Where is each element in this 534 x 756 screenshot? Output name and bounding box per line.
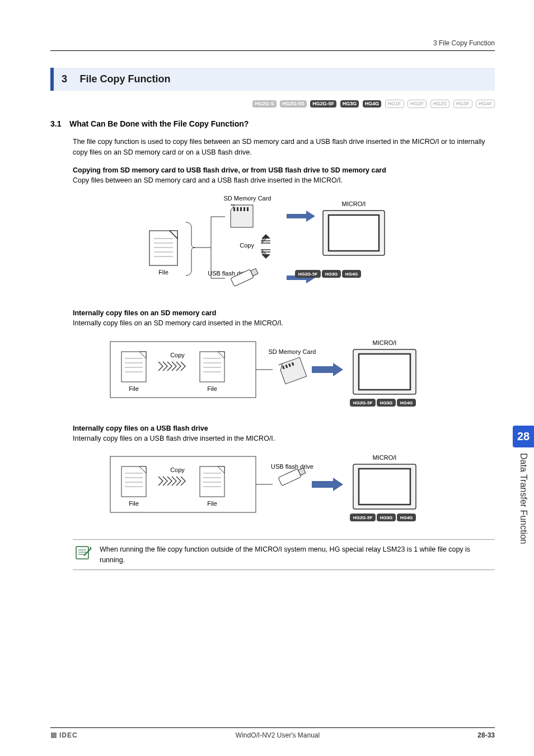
file-label: File: [158, 269, 168, 276]
file-icon: [121, 466, 146, 497]
micro-label: MICRO/I: [373, 339, 397, 346]
sd-label: SD Memory Card: [269, 348, 316, 355]
svg-text:HG3G: HG3G: [325, 272, 338, 277]
desc-usb-internal: Internally copy files on a USB flash dri…: [73, 433, 495, 444]
svg-rect-12: [233, 207, 235, 211]
sd-card-icon: [231, 205, 253, 227]
heading-sd-usb: Copying from SD memory card to USB flash…: [73, 166, 495, 174]
desc-sd-usb: Copy files between an SD memory card and…: [73, 175, 495, 186]
arrow-right-icon: [312, 478, 343, 491]
micro-label: MICRO/I: [342, 200, 366, 207]
file-icon: [200, 352, 224, 382]
badge-hg1f: HG1F: [385, 100, 404, 108]
copy-label: Copy: [170, 352, 185, 358]
svg-rect-80: [51, 732, 57, 738]
badge-hg4g: HG4G: [363, 100, 382, 108]
svg-rect-68: [359, 469, 410, 505]
file2-label: File: [207, 385, 217, 392]
diagram-usb-internal: File Copy File USB flash drive MICRO/I: [50, 450, 495, 528]
micro-i-icon: [353, 349, 416, 394]
badge-hg4f: HG4F: [476, 100, 495, 108]
svg-text:HG4G: HG4G: [400, 515, 413, 520]
subsection-number: 3.1: [50, 119, 61, 128]
footer-page-number: 28-33: [477, 731, 495, 739]
micro-i-icon: [353, 464, 416, 509]
footer-title: WindO/I-NV2 User's Manual: [236, 731, 320, 739]
svg-rect-65: [278, 469, 301, 486]
file-icon: [121, 352, 146, 382]
copy-chevrons-icon: [158, 477, 185, 486]
badge-hg3g: HG3G: [340, 100, 359, 108]
footer-rule: [50, 727, 495, 728]
arrow-right-icon: [287, 211, 315, 222]
badge-hg2g-5f: HG2G-5F: [310, 100, 336, 108]
svg-rect-52: [121, 466, 146, 497]
svg-rect-16: [247, 207, 249, 211]
brand-square-icon: [50, 732, 57, 739]
svg-rect-27: [121, 352, 146, 382]
chapter-label: Data Transfer Function: [518, 447, 528, 544]
copy-arrow-icon: [261, 234, 270, 259]
diagram-sd-usb: File SD Memory Card Copy: [50, 192, 495, 298]
file-icon: [149, 231, 177, 265]
note-box: When running the file copy function outs…: [73, 539, 495, 571]
note-icon: [73, 544, 93, 563]
svg-rect-58: [200, 466, 224, 497]
header-rule: [50, 50, 495, 51]
intro-text: The file copy function is used to copy f…: [73, 137, 495, 158]
file1-label: File: [129, 500, 139, 507]
svg-rect-0: [149, 231, 177, 265]
footer-brand: IDEC: [50, 731, 78, 739]
svg-rect-33: [200, 352, 224, 382]
svg-text:HG2G-5F: HG2G-5F: [353, 515, 373, 520]
diagram3-badges: HG2G-5F HG3G HG4G: [350, 514, 416, 521]
badge-hg3f: HG3F: [453, 100, 472, 108]
model-badge-row: HG2G-S HG2G-5S HG2G-5F HG3G HG4G HG1F HG…: [50, 99, 495, 109]
diagram-sd-internal: File Copy File SD Memory Card M: [50, 335, 495, 413]
heading-usb-internal: Internally copy files on a USB flash dri…: [73, 424, 495, 432]
chapter-number: 28: [513, 426, 534, 447]
copy-label: Copy: [170, 466, 185, 473]
file-icon: [200, 466, 224, 497]
chapter-tab: 28 Data Transfer Function: [513, 426, 534, 544]
svg-text:HG3G: HG3G: [380, 400, 393, 405]
subsection-heading: What Can Be Done with the File Copy Func…: [69, 119, 249, 128]
diagram2-badges: HG2G-5F HG3G HG4G: [350, 399, 416, 407]
badge-hg2g-5s: HG2G-5S: [280, 100, 307, 108]
section-title-bar: 3 File Copy Function: [50, 68, 495, 91]
heading-sd-internal: Internally copy files on an SD memory ca…: [73, 309, 495, 317]
svg-rect-45: [359, 354, 410, 390]
svg-text:HG2G-5F: HG2G-5F: [298, 272, 318, 277]
copy-label: Copy: [240, 242, 254, 249]
usb-label: USB flash drive: [271, 463, 313, 470]
desc-sd-internal: Internally copy files on an SD memory ca…: [73, 318, 495, 329]
section-title: File Copy Function: [79, 73, 170, 85]
svg-rect-13: [237, 207, 238, 211]
diagram1-badges: HG2G-5F HG3G HG4G: [295, 270, 361, 278]
svg-rect-14: [240, 207, 242, 211]
micro-i-icon: [323, 211, 385, 255]
sd-label: SD Memory Card: [224, 195, 271, 202]
micro-label: MICRO/I: [373, 454, 397, 461]
page-footer: IDEC WindO/I-NV2 User's Manual 28-33: [50, 727, 495, 739]
svg-text:HG4G: HG4G: [400, 400, 413, 405]
file2-label: File: [207, 500, 217, 507]
sd-card-icon: [279, 357, 307, 384]
svg-text:HG3G: HG3G: [380, 515, 393, 520]
badge-hg2g-s: HG2G-S: [252, 100, 277, 108]
breadcrumb: 3 File Copy Function: [50, 39, 495, 47]
arrow-right-icon: [312, 363, 343, 376]
svg-text:HG2G-5F: HG2G-5F: [353, 400, 373, 405]
svg-rect-20: [329, 215, 379, 251]
badge-hg2f: HG2F: [407, 100, 427, 108]
svg-text:HG4G: HG4G: [345, 272, 358, 277]
subsection-3-1: 3.1 What Can Be Done with the File Copy …: [50, 119, 495, 129]
file1-label: File: [129, 385, 139, 392]
section-number: 3: [62, 73, 67, 85]
badge-hg2s: HG2S: [430, 100, 450, 108]
note-text: When running the file copy function outs…: [100, 544, 490, 566]
copy-chevrons-icon: [158, 362, 185, 371]
svg-rect-15: [243, 207, 245, 211]
